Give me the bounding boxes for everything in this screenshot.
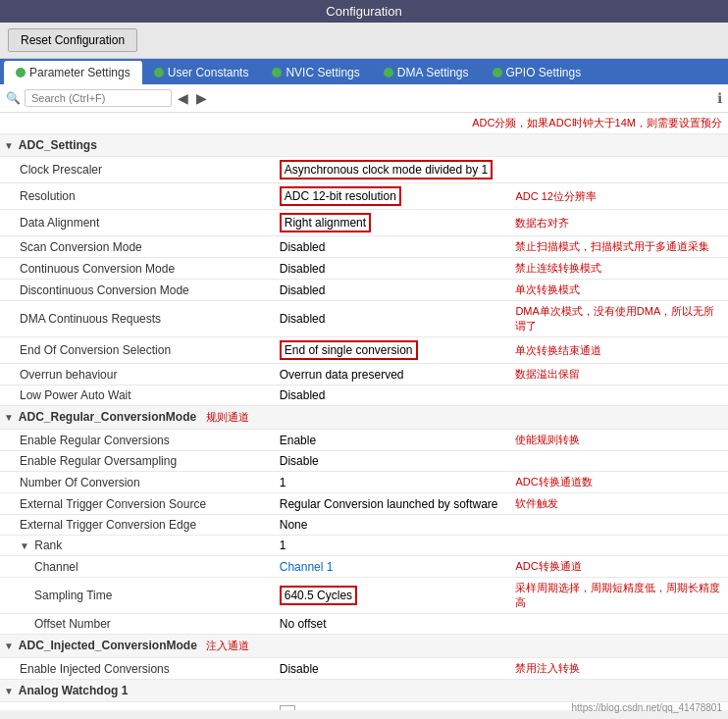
search-input[interactable] (25, 89, 172, 107)
tab-parameter-settings[interactable]: Parameter Settings (4, 61, 142, 84)
value-enable-oversampling: Disable (276, 451, 512, 472)
tab-icon-gpio (493, 68, 502, 77)
chevron-regular[interactable]: ▼ (4, 412, 14, 423)
value-ext-trigger-edge: None (276, 515, 512, 536)
comment-data-alignment: 数据右对齐 (511, 210, 728, 236)
tab-user-constants[interactable]: User Constants (142, 61, 261, 84)
comment-enable-oversampling (511, 451, 728, 472)
comment-continuous-conversion: 禁止连续转换模式 (511, 258, 728, 280)
group-header-injected: ▼ ADC_Injected_ConversionMode 注入通道 (0, 635, 728, 658)
comment-discontinuous-conversion: 单次转换模式 (511, 280, 728, 301)
row-overrun: Overrun behaviour Overrun data preserved… (0, 364, 728, 385)
tab-icon-user (154, 68, 164, 77)
highlighted-clock-prescaler: Asynchronous clock mode divided by 1 (280, 160, 493, 180)
tab-icon-dma (384, 68, 393, 77)
param-rank: ▼ Rank (0, 536, 276, 556)
row-ext-trigger-edge: External Trigger Conversion Edge None (0, 515, 728, 536)
row-dma-continuous: DMA Continuous Requests Disabled DMA单次模式… (0, 301, 728, 337)
param-channel: Channel (0, 556, 276, 578)
tab-icon-parameter (16, 68, 26, 77)
highlighted-sampling-time: 640.5 Cycles (280, 586, 357, 605)
param-end-conversion: End Of Conversion Selection (0, 337, 276, 364)
row-number-conversion: Number Of Conversion 1 ADC转换通道数 (0, 472, 728, 493)
value-scan-conversion: Disabled (276, 236, 512, 258)
tab-nvic-settings[interactable]: NVIC Settings (260, 61, 371, 84)
row-ext-trigger-source: External Trigger Conversion Source Regul… (0, 493, 728, 515)
nav-back-icon[interactable]: ◀ (176, 88, 190, 108)
row-scan-conversion: Scan Conversion Mode Disabled 禁止扫描模式，扫描模… (0, 236, 728, 258)
row-resolution: Resolution ADC 12-bit resolution ADC 12位… (0, 183, 728, 210)
param-ext-trigger-edge: External Trigger Conversion Edge (0, 515, 276, 536)
nav-forward-icon[interactable]: ▶ (194, 88, 209, 108)
info-icon[interactable]: ℹ (717, 90, 722, 106)
value-data-alignment: Right alignment (276, 210, 512, 236)
value-number-conversion: 1 (276, 472, 512, 493)
row-discontinuous-conversion: Discontinuous Conversion Mode Disabled 单… (0, 280, 728, 301)
value-clock-prescaler: Asynchronous clock mode divided by 1 (276, 157, 512, 183)
row-continuous-conversion: Continuous Conversion Mode Disabled 禁止连续… (0, 258, 728, 280)
group-label-watchdog1: Analog Watchdog 1 (19, 684, 129, 697)
value-ext-trigger-source: Regular Conversion launched by software (276, 493, 512, 515)
param-resolution: Resolution (0, 183, 276, 210)
param-watchdog1-mode: Enable Analog WatchDog1 Mode (0, 702, 276, 711)
tab-gpio-settings[interactable]: GPIO Settings (481, 61, 594, 84)
chevron-injected[interactable]: ▼ (4, 641, 14, 651)
value-offset-number: No offset (276, 614, 512, 635)
search-icon: 🔍 (6, 91, 21, 105)
param-enable-injected: Enable Injected Conversions (0, 658, 276, 680)
watermark: https://blog.csdn.net/qq_41478801 (572, 702, 722, 710)
row-enable-regular: Enable Regular Conversions Enable 使能规则转换 (0, 430, 728, 451)
param-enable-oversampling: Enable Regular Oversampling (0, 451, 276, 472)
value-rank: 1 (276, 536, 512, 556)
chevron-adc-settings[interactable]: ▼ (4, 140, 14, 151)
highlighted-end-conversion: End of single conversion (280, 340, 418, 360)
row-enable-injected: Enable Injected Conversions Disable 禁用注入… (0, 658, 728, 680)
comment-ext-trigger-edge (511, 515, 728, 536)
reset-button[interactable]: Reset Configuration (8, 28, 137, 52)
search-bar: 🔍 ◀ ▶ ℹ (0, 84, 728, 113)
param-dma-continuous: DMA Continuous Requests (0, 301, 276, 337)
comment-channel: ADC转换通道 (511, 556, 728, 578)
top-comment-row: ADC分频，如果ADC时钟大于14M，则需要设置预分 (0, 113, 728, 134)
param-discontinuous-conversion: Discontinuous Conversion Mode (0, 280, 276, 301)
comment-dma-continuous: DMA单次模式，没有使用DMA，所以无所谓了 (511, 301, 728, 337)
param-overrun: Overrun behaviour (0, 364, 276, 385)
param-continuous-conversion: Continuous Conversion Mode (0, 258, 276, 280)
param-scan-conversion: Scan Conversion Mode (0, 236, 276, 258)
value-resolution: ADC 12-bit resolution (276, 183, 512, 210)
value-low-power: Disabled (276, 385, 512, 406)
row-clock-prescaler: Clock Prescaler Asynchronous clock mode … (0, 157, 728, 183)
row-channel: Channel Channel 1 ADC转换通道 (0, 556, 728, 578)
comment-enable-injected: 禁用注入转换 (511, 658, 728, 680)
comment-rank (511, 536, 728, 556)
tab-dma-settings[interactable]: DMA Settings (372, 61, 481, 84)
row-enable-oversampling: Enable Regular Oversampling Disable (0, 451, 728, 472)
group-label-regular: ADC_Regular_ConversionMode (19, 410, 196, 424)
top-comment: ADC分频，如果ADC时钟大于14M，则需要设置预分 (0, 113, 728, 134)
chevron-rank[interactable]: ▼ (20, 540, 29, 551)
toolbar: Reset Configuration (0, 23, 728, 59)
group-header-adc-settings: ▼ ADC_Settings (0, 134, 728, 157)
chevron-watchdog1[interactable]: ▼ (4, 686, 14, 696)
group-header-regular: ▼ ADC_Regular_ConversionMode 规则通道 (0, 406, 728, 430)
comment-number-conversion: ADC转换通道数 (511, 472, 728, 493)
value-end-conversion: End of single conversion (276, 337, 512, 364)
group-header-watchdog1: ▼ Analog Watchdog 1 (0, 680, 728, 702)
tabs-bar: Parameter Settings User Constants NVIC S… (0, 59, 728, 84)
comment-offset-number (511, 614, 728, 635)
checkbox-watchdog1[interactable] (280, 705, 295, 710)
comment-overrun: 数据溢出保留 (511, 364, 728, 385)
value-enable-regular: Enable (276, 430, 512, 451)
comment-sampling-time: 采样周期选择，周期短精度低，周期长精度高 (511, 578, 728, 614)
value-overrun: Overrun data preserved (276, 364, 512, 385)
comment-resolution: ADC 12位分辨率 (511, 183, 728, 210)
group-label-injected: ADC_Injected_ConversionMode (19, 639, 197, 652)
param-sampling-time: Sampling Time (0, 578, 276, 614)
param-low-power: Low Power Auto Wait (0, 385, 276, 406)
group-comment-injected: 注入通道 (206, 640, 249, 651)
value-enable-injected: Disable (276, 658, 512, 680)
comment-ext-trigger-source: 软件触发 (511, 493, 728, 515)
value-dma-continuous: Disabled (276, 301, 512, 337)
row-rank: ▼ Rank 1 (0, 536, 728, 556)
comment-low-power (511, 385, 728, 406)
